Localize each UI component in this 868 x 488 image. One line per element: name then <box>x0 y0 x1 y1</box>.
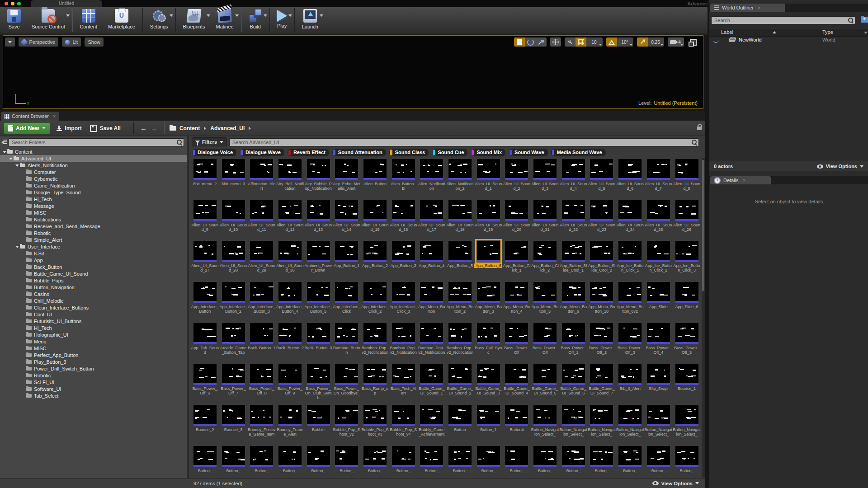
dropdown-arrow-icon[interactable] <box>66 14 70 17</box>
asset-tile-alien-ui-sound-30[interactable]: Alien_UI_Sound_30 <box>276 240 304 281</box>
asset-tile-alien-ui-sound-3[interactable]: Alien_UI_Sound_3 <box>531 158 559 199</box>
tree-folder-user-interface[interactable]: User_Interface <box>0 243 187 250</box>
toolbar-button-marketplace[interactable]: Marketplace <box>103 7 141 29</box>
dropdown-arrow-icon[interactable] <box>207 14 210 17</box>
asset-tile-bass-power-off-4[interactable]: Bass_Power_Off_4 <box>644 322 673 363</box>
asset-tile-button-navigation-select-[interactable]: Button_Navigation_Select_ <box>673 404 701 445</box>
asset-tile-alien-ui-sound-26[interactable]: Alien_UI_Sound_26 <box>673 199 701 240</box>
tree-folder-message[interactable]: Message <box>0 202 187 209</box>
asset-tile-alien-ui-sound-11[interactable]: Alien_UI_Sound_11 <box>247 199 276 240</box>
filter-chip-reverb-effect[interactable]: Reverb Effect <box>288 149 329 156</box>
close-icon[interactable]: × <box>758 5 760 10</box>
tree-folder-chill-melodic[interactable]: Chill_Melodic <box>0 297 187 304</box>
asset-tile-app-button-slide-cool-2[interactable]: App_Button_Slide_Cool_2 <box>588 240 616 281</box>
angle-snap-value[interactable]: 10° <box>617 38 633 47</box>
asset-tile-alien-ui-sound-8[interactable]: Alien_UI_Sound_8 <box>673 158 701 199</box>
asset-tile-app-interface-button-5[interactable]: App_Interface_Button_5 <box>304 281 333 322</box>
asset-tile-battle-game-ui-sound-3[interactable]: Battle_Game_UI_Sound_3 <box>474 363 503 404</box>
close-icon[interactable]: × <box>743 178 745 183</box>
asset-tile-alien-ui-sound-5[interactable]: Alien_UI_Sound_5 <box>588 158 616 199</box>
breadcrumb-content[interactable]: Content <box>179 125 200 131</box>
asset-tile-bubbly-game-achievement[interactable]: Bubbly_Game_Achievement <box>418 404 446 445</box>
asset-tile-airy-echo-metallic-alert[interactable]: Airy_Echo_Metallic_Alert <box>332 158 361 199</box>
asset-tile-alien-ui-sound-14[interactable]: Alien_UI_Sound_14 <box>332 199 361 240</box>
asset-tile-bubble-pop-shoot-v3[interactable]: Bubble_Pop_Shoot_v3 <box>361 404 389 445</box>
asset-tile-button-[interactable]: Button_ <box>191 445 219 479</box>
tree-folder-battle-game-ui-sound[interactable]: Battle_Game_UI_Sound <box>0 270 187 277</box>
asset-tile-airy-bubble-pop-notification[interactable]: Airy_Bubble_Pop_Notification <box>304 158 333 199</box>
import-button[interactable]: Import <box>57 125 81 131</box>
asset-tile-back-button-1[interactable]: Back_Button_1 <box>247 322 276 363</box>
visibility-eye-icon[interactable] <box>713 39 719 43</box>
asset-tile-alien-ui-sound-10[interactable]: Alien_UI_Sound_10 <box>219 199 248 240</box>
search-folders-input[interactable] <box>9 138 184 146</box>
asset-tile-bass-power-on-goodbye-[interactable]: Bass_Power_On_Goodbye_ <box>332 363 361 404</box>
asset-tile-button-[interactable]: Button_ <box>332 445 361 479</box>
tree-folder-receive-and-send-message[interactable]: Receive_and_Send_Message <box>0 223 187 230</box>
asset-tile-alien-ui-sound-27[interactable]: Alien_UI_Sound_27 <box>191 240 219 281</box>
asset-tile-button-[interactable]: Button_ <box>446 445 474 479</box>
asset-tile-alien-ui-sound-9[interactable]: Alien_UI_Sound_9 <box>191 199 219 240</box>
asset-tile-bass-power-on-club-synth[interactable]: Bass_Power_On_Club_Synth <box>304 363 333 404</box>
tree-folder-game-notification[interactable]: Game_Notification <box>0 182 187 189</box>
tree-folder-computer[interactable]: Computer <box>0 169 187 175</box>
forward-button[interactable]: → <box>151 124 157 133</box>
tree-folder-robotic[interactable]: Robotic <box>0 230 187 236</box>
asset-tile-button-navigation-select-[interactable]: Button_Navigation_Select_ <box>559 404 588 445</box>
tree-folder-software-ui[interactable]: Software_UI <box>0 385 187 392</box>
scale-snap-button[interactable] <box>637 38 648 47</box>
expand-arrow-icon[interactable] <box>3 150 6 154</box>
asset-tile-app-button-2[interactable]: App_Button_2 <box>361 240 389 281</box>
asset-tile-back-button-2[interactable]: Back_Button_2 <box>276 322 304 363</box>
tree-folder-menu[interactable]: Menu <box>0 338 187 345</box>
save-all-button[interactable]: Save All <box>90 125 121 132</box>
outliner-view-options-button[interactable]: View Options <box>817 164 863 169</box>
tree-folder-perfect-app-button[interactable]: Perfect_App_Button <box>0 352 187 358</box>
tree-folder-futurisitc-ui-buttons[interactable]: Futurisitc_UI_Buttons <box>0 318 187 324</box>
asset-tile-button-[interactable]: Button_ <box>588 445 616 479</box>
asset-tile-bamboo-button[interactable]: Bamboo_Button <box>332 322 361 363</box>
filter-chip-sound-attenuation[interactable]: Sound Attenuation <box>332 149 386 156</box>
asset-tile-alien-ui-sound-21[interactable]: Alien_UI_Sound_21 <box>531 199 559 240</box>
asset-tile-app-interface-button-2[interactable]: App_Interface_Button_2 <box>219 281 248 322</box>
asset-tile-bass-ramp-up[interactable]: Bass_Ramp_up <box>361 363 389 404</box>
close-icon[interactable]: × <box>53 113 56 119</box>
asset-tile-alien-ui-sound-25[interactable]: Alien_UI_Sound_25 <box>644 199 673 240</box>
toolbar-button-source-control[interactable]: Source Control <box>26 7 70 29</box>
camera-speed-control[interactable]: 4 <box>668 38 684 47</box>
asset-tile-battle-game-ui-sound-7[interactable]: Battle_Game_UI_Sound_7 <box>588 363 616 404</box>
asset-tile-button-[interactable]: Button_ <box>276 445 304 479</box>
asset-tile-bamboo-pop-v2-notification[interactable]: Bamboo_Pop_v2_Notification <box>446 322 474 363</box>
lit-button[interactable]: Lit <box>62 38 81 47</box>
window-close-icon[interactable] <box>5 2 8 5</box>
asset-tile-button-navigation-select-[interactable]: Button_Navigation_Select_ <box>616 404 644 445</box>
asset-tile-app-interface-click-3[interactable]: App_Interface_Click_3 <box>389 281 418 322</box>
tree-folder-advanced-ui[interactable]: Advanced_UI <box>0 155 187 162</box>
asset-tile-app-button-click-1[interactable]: App_Button_Click_1 <box>503 240 531 281</box>
dropdown-arrow-icon[interactable] <box>264 14 267 17</box>
asset-tile-ambient-power-down[interactable]: Ambient_Power_Down <box>304 240 333 281</box>
tree-folder-cybernetic[interactable]: Cybernetic <box>0 175 187 182</box>
asset-tile-app-interface-click-2[interactable]: App_Interface_Click_2 <box>361 281 389 322</box>
tree-folder-clean-interface-buttons[interactable]: Clean_Interface_Buttons <box>0 304 187 311</box>
asset-tile-alien-ui-sound-19[interactable]: Alien_UI_Sound_19 <box>474 199 503 240</box>
asset-tile-bass-tech-alert[interactable]: Bass_Tech_Alert <box>389 363 418 404</box>
tree-folder-8-bit[interactable]: 8-Bit <box>0 250 187 257</box>
asset-tile-alien-ui-sound-24[interactable]: Alien_UI_Sound_24 <box>616 199 644 240</box>
maximize-viewport-button[interactable] <box>688 38 698 47</box>
asset-tile-button-[interactable]: Button_ <box>418 445 446 479</box>
asset-tile-alien-ui-sound-17[interactable]: Alien_UI_Sound_17 <box>418 199 446 240</box>
asset-tile-alien-button[interactable]: Alien_Button <box>361 158 389 199</box>
scrollbar-thumb[interactable] <box>702 160 704 291</box>
asset-tile-button-[interactable]: Button_ <box>559 445 588 479</box>
asset-tile-back-button-3[interactable]: Back_Button_3 <box>304 322 333 363</box>
angle-snap-button[interactable] <box>606 38 617 47</box>
asset-tile-bass-power-off-3[interactable]: Bass_Power_Off_3 <box>616 322 644 363</box>
tree-folder-button-navigation[interactable]: Button_Navigation <box>0 284 187 291</box>
asset-tile-app-menu-button-4[interactable]: App_Menu_Button_4 <box>503 281 531 322</box>
asset-tile-bass-power-off[interactable]: Bass_Power_Off <box>503 322 531 363</box>
asset-tile-button-[interactable]: Button_ <box>389 445 418 479</box>
asset-tile-alien-ui-sound-18[interactable]: Alien_UI_Sound_18 <box>446 199 474 240</box>
asset-tile-app-tab-sound[interactable]: App_Tab_Sound <box>191 322 219 363</box>
asset-tile-arcade-game-button-tap[interactable]: Arcade_Game_Button_Tap <box>219 322 248 363</box>
